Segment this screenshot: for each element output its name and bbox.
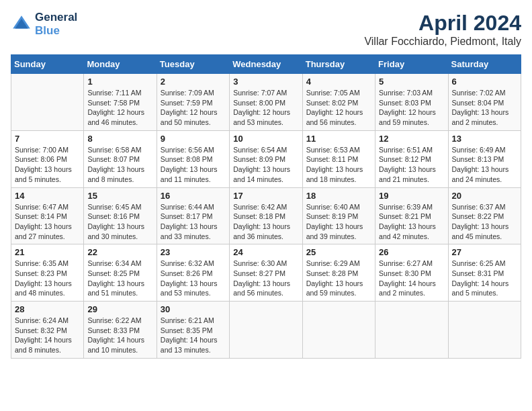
day-number: 24	[233, 247, 298, 257]
day-detail: Sunrise: 6:34 AM Sunset: 8:25 PM Dayligh…	[87, 259, 152, 298]
calendar-cell: 29Sunrise: 6:22 AM Sunset: 8:33 PM Dayli…	[84, 302, 157, 359]
weekday-header-friday: Friday	[375, 55, 448, 74]
calendar-cell: 21Sunrise: 6:35 AM Sunset: 8:23 PM Dayli…	[11, 244, 84, 302]
day-number: 10	[233, 134, 298, 144]
day-detail: Sunrise: 7:02 AM Sunset: 8:04 PM Dayligh…	[452, 88, 517, 128]
day-detail: Sunrise: 6:54 AM Sunset: 8:09 PM Dayligh…	[233, 145, 298, 185]
calendar-cell: 10Sunrise: 6:54 AM Sunset: 8:09 PM Dayli…	[230, 130, 302, 187]
day-number: 3	[233, 77, 298, 87]
calendar-cell: 17Sunrise: 6:42 AM Sunset: 8:18 PM Dayli…	[230, 187, 302, 244]
day-detail: Sunrise: 6:30 AM Sunset: 8:27 PM Dayligh…	[233, 259, 298, 298]
day-detail: Sunrise: 6:29 AM Sunset: 8:28 PM Dayligh…	[306, 259, 371, 298]
day-detail: Sunrise: 6:25 AM Sunset: 8:31 PM Dayligh…	[452, 259, 517, 298]
calendar-cell	[11, 74, 84, 131]
calendar-week-4: 21Sunrise: 6:35 AM Sunset: 8:23 PM Dayli…	[11, 244, 521, 302]
calendar-cell: 23Sunrise: 6:32 AM Sunset: 8:26 PM Dayli…	[157, 244, 229, 302]
day-detail: Sunrise: 6:40 AM Sunset: 8:19 PM Dayligh…	[306, 202, 371, 242]
calendar-cell: 9Sunrise: 6:56 AM Sunset: 8:08 PM Daylig…	[157, 130, 229, 187]
calendar-cell: 28Sunrise: 6:24 AM Sunset: 8:32 PM Dayli…	[11, 302, 84, 359]
calendar-cell: 16Sunrise: 6:44 AM Sunset: 8:17 PM Dayli…	[157, 187, 229, 244]
weekday-header-sunday: Sunday	[11, 55, 84, 74]
day-number: 22	[87, 247, 152, 257]
day-detail: Sunrise: 6:35 AM Sunset: 8:23 PM Dayligh…	[15, 259, 80, 298]
calendar-cell	[375, 302, 448, 359]
day-detail: Sunrise: 7:11 AM Sunset: 7:58 PM Dayligh…	[87, 88, 152, 128]
calendar-cell: 3Sunrise: 7:07 AM Sunset: 8:00 PM Daylig…	[230, 74, 302, 131]
day-detail: Sunrise: 6:22 AM Sunset: 8:33 PM Dayligh…	[87, 316, 152, 355]
day-detail: Sunrise: 7:07 AM Sunset: 8:00 PM Dayligh…	[233, 88, 298, 128]
calendar-week-5: 28Sunrise: 6:24 AM Sunset: 8:32 PM Dayli…	[11, 302, 521, 359]
day-number: 7	[15, 134, 80, 144]
day-detail: Sunrise: 6:37 AM Sunset: 8:22 PM Dayligh…	[452, 202, 517, 242]
weekday-header-wednesday: Wednesday	[230, 55, 302, 74]
calendar-cell: 15Sunrise: 6:45 AM Sunset: 8:16 PM Dayli…	[84, 187, 157, 244]
day-detail: Sunrise: 7:00 AM Sunset: 8:06 PM Dayligh…	[15, 145, 80, 185]
day-detail: Sunrise: 6:44 AM Sunset: 8:17 PM Dayligh…	[161, 202, 226, 242]
calendar-cell: 4Sunrise: 7:05 AM Sunset: 8:02 PM Daylig…	[302, 74, 375, 131]
calendar-cell: 8Sunrise: 6:58 AM Sunset: 8:07 PM Daylig…	[84, 130, 157, 187]
calendar-cell: 7Sunrise: 7:00 AM Sunset: 8:06 PM Daylig…	[11, 130, 84, 187]
day-number: 6	[452, 77, 517, 87]
day-detail: Sunrise: 6:49 AM Sunset: 8:13 PM Dayligh…	[452, 145, 517, 185]
day-detail: Sunrise: 6:24 AM Sunset: 8:32 PM Dayligh…	[15, 316, 80, 355]
calendar-cell	[448, 302, 521, 359]
logo: General Blue	[11, 11, 77, 38]
day-detail: Sunrise: 6:51 AM Sunset: 8:12 PM Dayligh…	[379, 145, 444, 185]
title-area: April 2024 Villar Focchiardo, Piedmont, …	[364, 11, 521, 48]
calendar-cell: 27Sunrise: 6:25 AM Sunset: 8:31 PM Dayli…	[448, 244, 521, 302]
calendar-body: 1Sunrise: 7:11 AM Sunset: 7:58 PM Daylig…	[11, 74, 521, 359]
calendar-week-2: 7Sunrise: 7:00 AM Sunset: 8:06 PM Daylig…	[11, 130, 521, 187]
day-detail: Sunrise: 6:42 AM Sunset: 8:18 PM Dayligh…	[233, 202, 298, 242]
calendar-cell: 24Sunrise: 6:30 AM Sunset: 8:27 PM Dayli…	[230, 244, 302, 302]
day-number: 30	[161, 304, 226, 314]
day-detail: Sunrise: 6:53 AM Sunset: 8:11 PM Dayligh…	[306, 145, 371, 185]
day-number: 8	[87, 134, 152, 144]
day-detail: Sunrise: 7:05 AM Sunset: 8:02 PM Dayligh…	[306, 88, 371, 128]
calendar-cell: 25Sunrise: 6:29 AM Sunset: 8:28 PM Dayli…	[302, 244, 375, 302]
day-number: 16	[161, 191, 226, 201]
calendar-week-1: 1Sunrise: 7:11 AM Sunset: 7:58 PM Daylig…	[11, 74, 521, 131]
day-number: 18	[306, 191, 371, 201]
calendar-cell: 26Sunrise: 6:27 AM Sunset: 8:30 PM Dayli…	[375, 244, 448, 302]
calendar-week-3: 14Sunrise: 6:47 AM Sunset: 8:14 PM Dayli…	[11, 187, 521, 244]
calendar-cell: 14Sunrise: 6:47 AM Sunset: 8:14 PM Dayli…	[11, 187, 84, 244]
day-number: 29	[87, 304, 152, 314]
calendar-cell: 5Sunrise: 7:03 AM Sunset: 8:03 PM Daylig…	[375, 74, 448, 131]
day-number: 28	[15, 304, 80, 314]
day-number: 26	[379, 247, 444, 257]
calendar-cell: 13Sunrise: 6:49 AM Sunset: 8:13 PM Dayli…	[448, 130, 521, 187]
day-number: 13	[452, 134, 517, 144]
day-detail: Sunrise: 6:56 AM Sunset: 8:08 PM Dayligh…	[161, 145, 226, 185]
calendar-cell: 2Sunrise: 7:09 AM Sunset: 7:59 PM Daylig…	[157, 74, 229, 131]
day-detail: Sunrise: 6:58 AM Sunset: 8:07 PM Dayligh…	[87, 145, 152, 185]
weekday-header-saturday: Saturday	[448, 55, 521, 74]
day-number: 14	[15, 191, 80, 201]
day-number: 1	[87, 77, 152, 87]
calendar-cell: 12Sunrise: 6:51 AM Sunset: 8:12 PM Dayli…	[375, 130, 448, 187]
day-number: 2	[161, 77, 226, 87]
logo-text: General Blue	[35, 11, 77, 38]
calendar-cell: 20Sunrise: 6:37 AM Sunset: 8:22 PM Dayli…	[448, 187, 521, 244]
calendar-cell: 18Sunrise: 6:40 AM Sunset: 8:19 PM Dayli…	[302, 187, 375, 244]
location-title: Villar Focchiardo, Piedmont, Italy	[364, 36, 521, 48]
day-number: 19	[379, 191, 444, 201]
calendar-cell: 1Sunrise: 7:11 AM Sunset: 7:58 PM Daylig…	[84, 74, 157, 131]
weekday-header-thursday: Thursday	[302, 55, 375, 74]
day-detail: Sunrise: 6:27 AM Sunset: 8:30 PM Dayligh…	[379, 259, 444, 298]
calendar-table: SundayMondayTuesdayWednesdayThursdayFrid…	[11, 54, 521, 359]
day-number: 5	[379, 77, 444, 87]
weekday-header-row: SundayMondayTuesdayWednesdayThursdayFrid…	[11, 55, 521, 74]
calendar-cell: 11Sunrise: 6:53 AM Sunset: 8:11 PM Dayli…	[302, 130, 375, 187]
day-number: 4	[306, 77, 371, 87]
day-detail: Sunrise: 6:45 AM Sunset: 8:16 PM Dayligh…	[87, 202, 152, 242]
calendar-cell: 6Sunrise: 7:02 AM Sunset: 8:04 PM Daylig…	[448, 74, 521, 131]
month-title: April 2024	[364, 11, 521, 36]
day-detail: Sunrise: 6:21 AM Sunset: 8:35 PM Dayligh…	[161, 316, 226, 355]
day-detail: Sunrise: 7:09 AM Sunset: 7:59 PM Dayligh…	[161, 88, 226, 128]
weekday-header-tuesday: Tuesday	[157, 55, 229, 74]
header: General Blue April 2024 Villar Focchiard…	[11, 11, 521, 48]
day-detail: Sunrise: 6:47 AM Sunset: 8:14 PM Dayligh…	[15, 202, 80, 242]
calendar-cell	[302, 302, 375, 359]
day-number: 9	[161, 134, 226, 144]
calendar-cell: 22Sunrise: 6:34 AM Sunset: 8:25 PM Dayli…	[84, 244, 157, 302]
